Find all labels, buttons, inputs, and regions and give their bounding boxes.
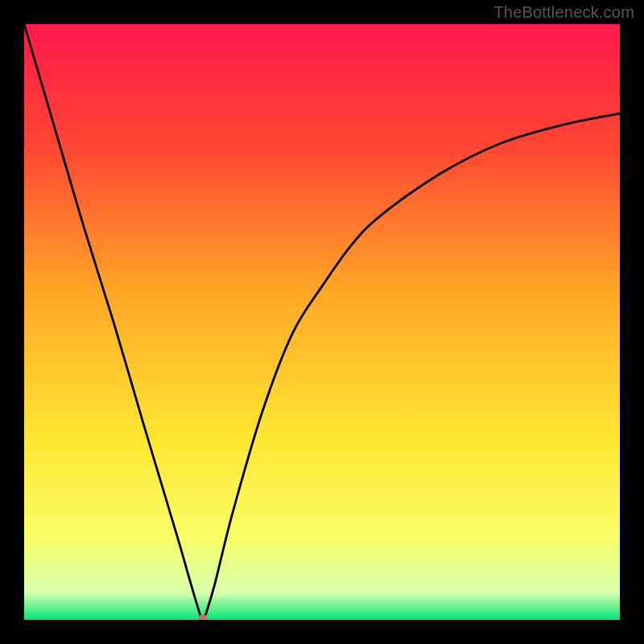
- bottleneck-chart-svg: [24, 24, 620, 620]
- plot-area: [24, 24, 620, 620]
- chart-frame: TheBottleneck.com: [0, 0, 644, 644]
- watermark-label: TheBottleneck.com: [493, 3, 634, 22]
